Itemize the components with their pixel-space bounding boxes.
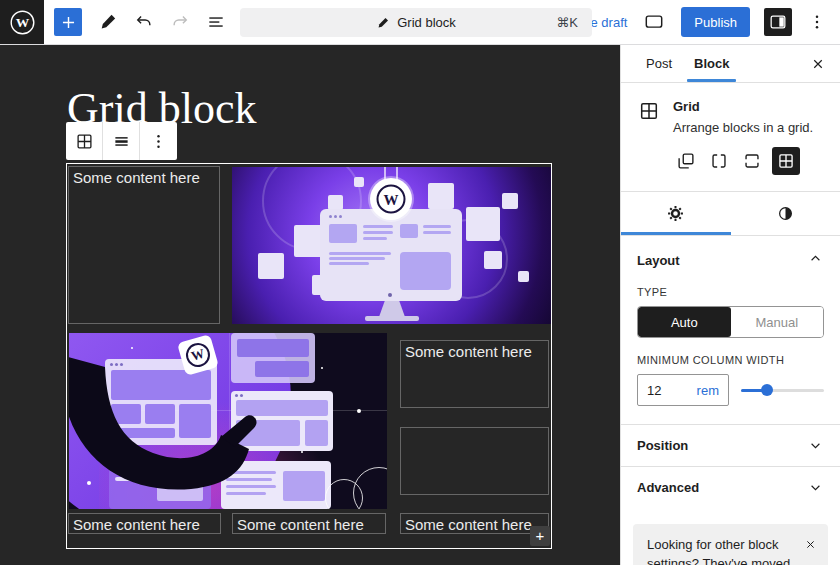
command-shortcut: ⌘K: [556, 15, 578, 30]
editor-canvas: Grid block Some content here: [0, 45, 620, 565]
tab-settings[interactable]: [621, 192, 731, 235]
command-center-bar[interactable]: Grid block ⌘K: [240, 8, 592, 37]
dismiss-notice-button[interactable]: [798, 532, 822, 556]
vertical-ellipsis-icon: [148, 131, 169, 152]
block-card: Grid Arrange blocks in a grid.: [621, 83, 840, 192]
layout-type-control: Auto Manual: [637, 306, 824, 338]
block-appender-button[interactable]: +: [530, 526, 550, 546]
layout-panel-collapse-button[interactable]: [807, 250, 824, 270]
position-section[interactable]: Position: [621, 424, 840, 466]
styles-moved-notice: Looking for other block settings? They'v…: [633, 524, 828, 565]
list-view-button[interactable]: [200, 6, 232, 38]
min-column-width-label: MINIMUM COLUMN WIDTH: [637, 354, 824, 366]
row-icon: [708, 150, 730, 172]
paragraph-block[interactable]: Some content here: [232, 513, 386, 534]
close-icon: [803, 537, 818, 552]
grid-icon: [74, 131, 95, 152]
block-title: Grid: [673, 99, 813, 114]
plus-icon: [59, 13, 78, 32]
paragraph-block[interactable]: Some content here: [400, 513, 549, 534]
tab-post[interactable]: Post: [635, 45, 683, 82]
undo-icon: [134, 12, 154, 32]
inspector-tabs: [621, 192, 840, 236]
layout-panel-title: Layout: [637, 253, 680, 268]
tab-styles[interactable]: [731, 192, 840, 235]
monitor-stand: [379, 301, 405, 317]
monitor-base: [365, 316, 419, 321]
paragraph-block[interactable]: Some content here: [400, 340, 549, 408]
vertical-ellipsis-icon: [807, 12, 827, 32]
wordpress-badge: W: [370, 178, 412, 220]
variation-row-button[interactable]: [706, 148, 732, 174]
paragraph-block[interactable]: Some content here: [68, 513, 221, 534]
chevron-up-icon: [807, 250, 824, 267]
close-icon: [809, 55, 827, 73]
paragraph-block[interactable]: Some content here: [68, 166, 220, 324]
options-menu-button[interactable]: [806, 6, 828, 38]
variation-grid-button[interactable]: [772, 147, 800, 175]
slider-handle[interactable]: [761, 384, 773, 396]
advanced-section[interactable]: Advanced: [621, 466, 840, 508]
image-block-hand-illustration[interactable]: W: [69, 333, 387, 509]
block-description: Arrange blocks in a grid.: [673, 119, 813, 137]
chevron-down-icon: [807, 479, 824, 496]
empty-paragraph-block[interactable]: [400, 427, 549, 495]
svg-text:W: W: [384, 192, 399, 208]
wordpress-logo[interactable]: W: [0, 0, 44, 44]
block-type-button[interactable]: [66, 122, 103, 160]
align-lines-icon: [111, 131, 132, 152]
redo-icon: [170, 12, 190, 32]
styles-half-circle-icon: [776, 204, 795, 223]
grid-block-container[interactable]: Some content here: [66, 163, 552, 549]
pen-icon: [376, 16, 390, 30]
layout-type-auto[interactable]: Auto: [638, 307, 731, 337]
block-options-button[interactable]: [140, 122, 177, 160]
block-variations: [673, 147, 813, 175]
preview-button[interactable]: [641, 6, 667, 38]
sidebar-panel-icon: [768, 12, 788, 32]
tab-block[interactable]: Block: [683, 45, 740, 82]
svg-text:W: W: [15, 15, 29, 30]
document-title: Grid block: [397, 15, 456, 30]
publish-button[interactable]: Publish: [681, 7, 750, 37]
layout-panel: Layout TYPE Auto Manual MINIMUM COLUMN W…: [621, 236, 840, 424]
min-column-width-value: 12: [647, 383, 661, 398]
redo-button[interactable]: [164, 6, 196, 38]
wordpress-logo-icon: W: [9, 9, 36, 36]
group-icon: [675, 150, 697, 172]
block-toolbar: [66, 122, 177, 160]
settings-sidebar-toggle[interactable]: [764, 8, 792, 36]
variation-group-button[interactable]: [673, 148, 699, 174]
editor-top-bar: W Grid block ⌘K Save draft Publish: [0, 0, 840, 45]
notice-text: Looking for other block settings? They'v…: [647, 537, 790, 565]
gear-icon: [666, 204, 685, 223]
advanced-label: Advanced: [637, 480, 699, 495]
pencil-icon: [98, 12, 118, 32]
type-label: TYPE: [637, 286, 824, 298]
chevron-down-icon: [807, 437, 824, 454]
variation-stack-button[interactable]: [739, 148, 765, 174]
block-inserter-button[interactable]: [54, 8, 82, 36]
unit-select-button[interactable]: rem: [697, 383, 719, 398]
list-view-icon: [206, 12, 226, 32]
undo-button[interactable]: [128, 6, 160, 38]
monitor-shape: [320, 209, 462, 301]
settings-sidebar: Post Block Grid Arrange blocks in a grid…: [620, 45, 840, 565]
close-sidebar-button[interactable]: [800, 45, 836, 82]
preview-icon: [643, 11, 665, 33]
grid-icon: [776, 151, 796, 171]
min-column-width-slider[interactable]: [741, 374, 824, 406]
stack-icon: [741, 150, 763, 172]
image-block-monitor-illustration[interactable]: W: [232, 167, 551, 324]
layout-type-manual[interactable]: Manual: [731, 307, 824, 337]
min-column-width-input[interactable]: 12 rem: [637, 374, 729, 406]
tools-button[interactable]: [92, 6, 124, 38]
grid-icon: [637, 99, 661, 123]
align-button[interactable]: [103, 122, 140, 160]
position-label: Position: [637, 438, 688, 453]
